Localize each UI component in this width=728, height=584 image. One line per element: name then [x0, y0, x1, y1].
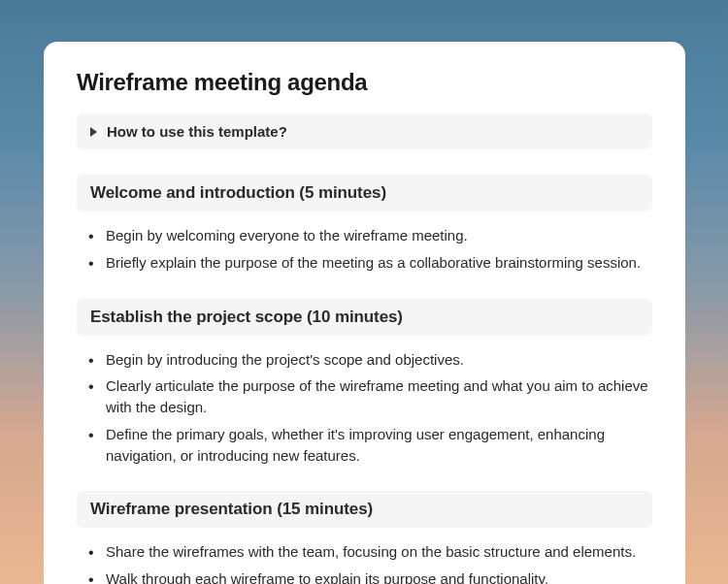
bullet-list: Share the wireframes with the team, focu… [77, 541, 652, 584]
list-item: Walk through each wireframe to explain i… [88, 568, 652, 584]
list-item: Share the wireframes with the team, focu… [88, 541, 652, 563]
list-item: Briefly explain the purpose of the meeti… [88, 252, 652, 274]
list-item: Begin by welcoming everyone to the wiref… [88, 225, 652, 246]
list-item: Clearly articulate the purpose of the wi… [88, 375, 652, 418]
bullet-list: Begin by welcoming everyone to the wiref… [77, 225, 652, 274]
how-to-use-label: How to use this template? [107, 123, 287, 140]
page-title: Wireframe meeting agenda [77, 69, 652, 96]
section-header-presentation: Wireframe presentation (15 minutes) [77, 491, 652, 528]
document-card: Wireframe meeting agenda How to use this… [44, 42, 685, 584]
how-to-use-toggle[interactable]: How to use this template? [77, 114, 652, 149]
list-item: Define the primary goals, whether it's i… [88, 424, 652, 467]
section-heading: Welcome and introduction (5 minutes) [90, 183, 639, 203]
section-heading: Wireframe presentation (15 minutes) [90, 500, 639, 519]
chevron-right-icon [90, 127, 97, 137]
section-header-welcome: Welcome and introduction (5 minutes) [77, 175, 652, 211]
list-item: Begin by introducing the project's scope… [88, 349, 652, 371]
bullet-list: Begin by introducing the project's scope… [77, 349, 652, 467]
section-header-scope: Establish the project scope (10 minutes) [77, 299, 652, 336]
section-heading: Establish the project scope (10 minutes) [90, 308, 639, 327]
